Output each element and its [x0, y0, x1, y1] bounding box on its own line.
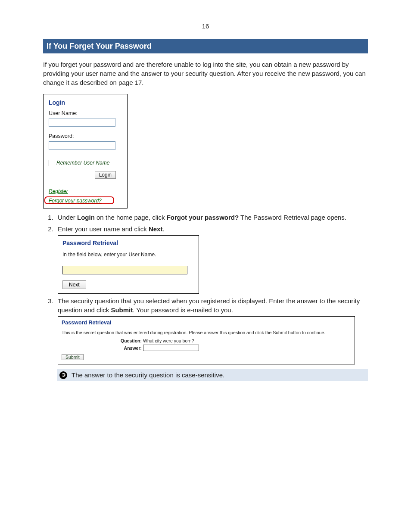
panel1-username-input[interactable]: [62, 266, 187, 274]
step-1: Under Login on the home page, click Forg…: [55, 213, 368, 222]
step-3-post: . Your password is e-mailed to you.: [133, 306, 233, 314]
step-1-pre: Under: [58, 214, 77, 221]
login-button[interactable]: Login: [95, 171, 116, 179]
step-2: Enter your user name and click Next. Pas…: [55, 224, 368, 294]
question-label: Question:: [118, 338, 142, 344]
forgot-password-link[interactable]: Forgot your password?: [49, 197, 102, 205]
step-2-pre: Enter your user name and click: [58, 225, 149, 233]
panel2-heading: Password Retrieval: [62, 319, 351, 328]
step-1-b2: Forgot your password?: [167, 214, 239, 221]
register-link[interactable]: Register: [49, 188, 68, 195]
answer-input[interactable]: [143, 345, 199, 351]
login-divider: [44, 185, 127, 185]
remember-label: Remember User Name: [56, 159, 109, 167]
login-panel: Login User Name: Password: Remember User…: [43, 94, 128, 208]
password-retrieval-panel-2: Password Retrieval This is the secret qu…: [58, 316, 355, 364]
login-panel-heading: Login: [49, 99, 122, 107]
intro-paragraph: If you forget your password and are ther…: [43, 60, 368, 87]
step-1-b1: Login: [77, 214, 95, 221]
question-text: What city were you born?: [143, 338, 194, 344]
step-3-b1: Submit: [111, 306, 133, 314]
username-label: User Name:: [49, 110, 122, 118]
next-button[interactable]: Next: [62, 280, 86, 289]
submit-button[interactable]: Submit: [62, 354, 84, 360]
username-input[interactable]: [49, 118, 115, 127]
answer-label: Answer:: [118, 345, 142, 352]
question-row: Question: What city were you born?: [118, 338, 351, 344]
section-heading: If You Forget Your Password: [43, 39, 368, 53]
password-input[interactable]: [49, 141, 115, 150]
steps-list: Under Login on the home page, click Forg…: [43, 213, 368, 364]
step-1-mid: on the home page, click: [95, 214, 167, 221]
answer-row: Answer:: [118, 345, 351, 351]
step-1-post: The Password Retrieval page opens.: [239, 214, 346, 221]
note-icon: ➲: [59, 371, 67, 379]
password-retrieval-panel-1: Password Retrieval In the field below, e…: [58, 235, 199, 294]
step-2-post: .: [162, 225, 164, 233]
panel2-instruction: This is the secret question that was ent…: [62, 330, 351, 336]
password-label: Password:: [49, 133, 122, 140]
panel1-heading: Password Retrieval: [62, 239, 194, 248]
note-box: ➲ The answer to the security question is…: [57, 369, 368, 381]
remember-checkbox[interactable]: [49, 160, 55, 166]
page-number: 16: [43, 22, 368, 31]
step-3: The security question that you selected …: [55, 296, 368, 364]
note-text: The answer to the security question is c…: [72, 370, 224, 380]
step-2-b1: Next: [149, 225, 163, 233]
panel1-instruction: In the field below, enter your User Name…: [62, 251, 194, 258]
